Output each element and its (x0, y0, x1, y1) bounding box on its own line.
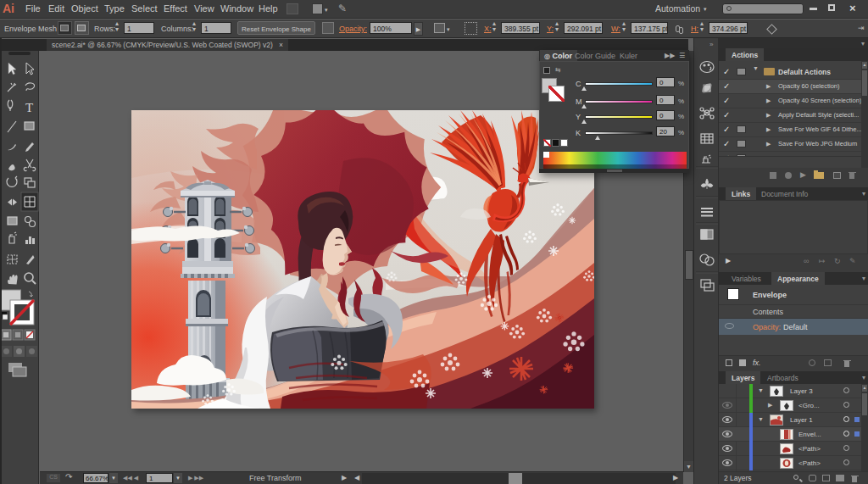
svg-text:T: T (25, 101, 33, 114)
svg-text:»: » (709, 41, 714, 48)
